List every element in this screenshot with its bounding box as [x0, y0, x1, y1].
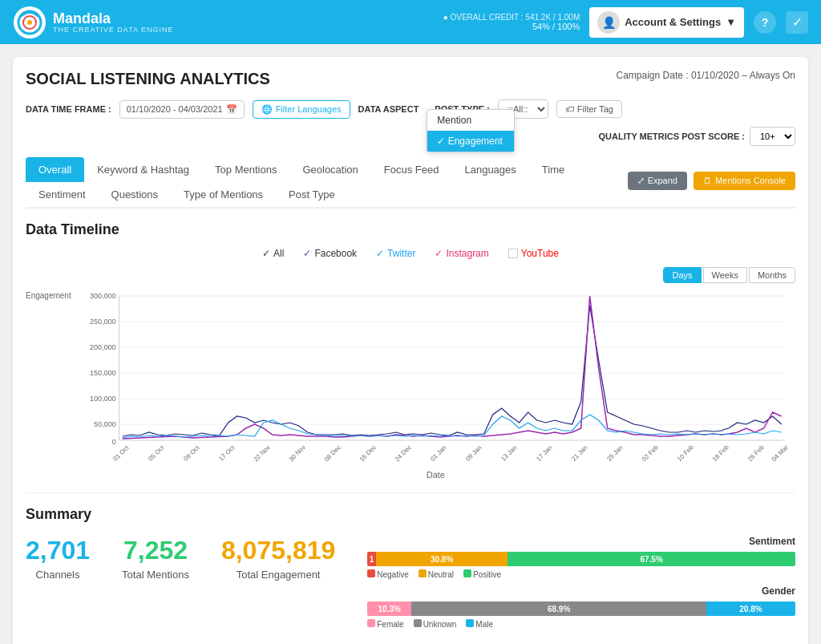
line-instagram — [122, 296, 781, 439]
sentiment-negative-seg: 1 — [367, 552, 376, 566]
time-btn-weeks[interactable]: Weeks — [703, 267, 747, 283]
help-button[interactable]: ? — [754, 11, 776, 34]
mentions-value: 7,252 — [122, 536, 189, 565]
filter-languages-button[interactable]: 🌐 Filter Languages — [253, 100, 350, 119]
legend-negative: Negative — [367, 569, 408, 579]
aspect-option-mention[interactable]: Mention — [427, 110, 514, 131]
filter-tag-label: Filter Tag — [577, 104, 613, 114]
legend-all: ✓ All — [262, 248, 284, 259]
tab-geolocation[interactable]: Geolocation — [289, 157, 370, 182]
svg-point-3 — [27, 20, 32, 25]
legend-check-facebook: ✓ — [303, 248, 311, 259]
tab-focus-feed[interactable]: Focus Feed — [371, 157, 452, 182]
svg-text:24 Dec: 24 Dec — [393, 444, 412, 463]
account-settings-button[interactable]: 👤 Account & Settings ▼ — [589, 7, 744, 38]
aspect-option-engagement[interactable]: ✓ Engagement — [427, 131, 514, 152]
account-label: Account & Settings — [625, 16, 721, 28]
credit-value: 541.2K / 1.00M — [525, 13, 580, 22]
tab-post-type[interactable]: Post Type — [276, 182, 348, 207]
svg-text:01 Oct: 01 Oct — [111, 444, 131, 463]
filter-tag-button[interactable]: 🏷 Filter Tag — [556, 100, 622, 118]
credit-label: OVERALL CREDIT — [450, 13, 519, 22]
tab-time[interactable]: Time — [529, 157, 577, 182]
avatar: 👤 — [597, 11, 620, 34]
gender-bar: 10.3% 68.9% 20.8% — [367, 601, 795, 616]
check-button[interactable]: ✓ — [786, 11, 808, 34]
gender-female-seg: 10.3% — [367, 601, 411, 616]
sentiment-neutral-seg: 30.8% — [376, 552, 508, 566]
tab-top-mentions[interactable]: Top Mentions — [202, 157, 289, 182]
channels-label: Channels — [26, 569, 90, 581]
logo-subtitle: THE CREATIVE DATA ENGINE — [53, 26, 174, 34]
expand-icon: ⤢ — [637, 176, 645, 186]
header: Mandala THE CREATIVE DATA ENGINE ● OVERA… — [0, 0, 821, 44]
tab-overall[interactable]: Overall — [26, 157, 84, 182]
tab-type-of-mentions[interactable]: Type of Mentions — [171, 182, 276, 207]
svg-text:05 Oct: 05 Oct — [147, 444, 166, 463]
mentions-console-label: Mentions Console — [715, 176, 786, 185]
mentions-stat: 7,252 Total Mentions — [122, 536, 189, 581]
data-timeline-chart: 300,000 250,000 200,000 150,000 100,000 … — [76, 288, 795, 464]
mentions-console-button[interactable]: 🗒 Mentions Console — [694, 172, 795, 190]
tag-icon: 🏷 — [565, 104, 574, 114]
filter-languages-label: Filter Languages — [276, 104, 342, 114]
legend-male: Male — [466, 619, 493, 629]
date-range-button[interactable]: 01/10/2020 - 04/03/2021 📅 — [119, 100, 245, 119]
sentiment-bar: 1 30.8% 67.5% — [367, 552, 795, 566]
tabs-row: Overall Keyword & Hashtag Top Mentions G… — [26, 157, 628, 207]
svg-text:22 Nov: 22 Nov — [252, 444, 271, 463]
chart-controls: Days Weeks Months — [26, 267, 795, 283]
logo-icon — [13, 6, 47, 39]
console-icon: 🗒 — [703, 176, 712, 185]
sentiment-gender-box: Sentiment 1 30.8% 67.5% Negative Neutral… — [367, 536, 795, 635]
svg-text:09 Oct: 09 Oct — [182, 444, 201, 463]
time-btn-days[interactable]: Days — [663, 267, 701, 283]
sentiment-title: Sentiment — [367, 536, 795, 547]
channels-value: 2,701 — [26, 536, 90, 565]
legend-female: Female — [367, 619, 403, 629]
filters-row: DATA TIME FRAME : 01/10/2020 - 04/03/202… — [26, 99, 795, 146]
legend-positive: Positive — [463, 569, 501, 579]
chart-title: Data Timeline — [26, 221, 795, 238]
tab-actions: ⤢ Expand 🗒 Mentions Console — [628, 172, 795, 193]
globe-icon: 🌐 — [261, 104, 273, 115]
svg-text:02 Feb: 02 Feb — [641, 444, 660, 463]
legend-neutral: Neutral — [419, 569, 454, 579]
engagement-value: 8,075,819 — [221, 536, 335, 565]
credit-info: ● OVERALL CREDIT : 541.2K / 1.00M 54% / … — [443, 13, 580, 31]
tab-questions[interactable]: Questions — [99, 182, 172, 207]
chart-legend: ✓ All ✓ Facebook ✓ Twitter ✓ Instagram — [26, 248, 795, 259]
svg-text:09 Jan: 09 Jan — [464, 444, 483, 463]
svg-text:50,000: 50,000 — [94, 420, 116, 428]
summary-section: Summary 2,701 Channels 7,252 Total Menti… — [26, 493, 795, 644]
tab-languages[interactable]: Languages — [451, 157, 528, 182]
legend-label-all: All — [273, 248, 284, 259]
summary-stats: 2,701 Channels 7,252 Total Mentions 8,07… — [26, 536, 335, 581]
y-axis-label: Engagement — [26, 291, 71, 300]
tab-keyword-hashtag[interactable]: Keyword & Hashtag — [84, 157, 202, 182]
logo-area: Mandala THE CREATIVE DATA ENGINE — [13, 6, 174, 39]
main-content: SOCIAL LISTENING ANALYTICS Campaign Date… — [0, 44, 821, 644]
legend-label-youtube: YouTube — [521, 248, 559, 259]
gender-title: Gender — [367, 585, 795, 597]
x-axis-label: Date — [76, 470, 795, 480]
campaign-date-value: 01/10/2020 – Always On — [691, 70, 795, 81]
page-title: SOCIAL LISTENING ANALYTICS — [26, 70, 270, 88]
legend-label-instagram: Instagram — [446, 248, 488, 259]
summary-grid: 2,701 Channels 7,252 Total Mentions 8,07… — [26, 536, 795, 635]
legend-instagram: ✓ Instagram — [435, 248, 488, 259]
tab-sentiment[interactable]: Sentiment — [26, 182, 99, 207]
gender-male-seg: 20.8% — [706, 601, 795, 616]
legend-check-twitter: ✓ — [376, 248, 384, 259]
legend-label-facebook: Facebook — [314, 248, 357, 259]
svg-text:01 Jan: 01 Jan — [429, 444, 447, 463]
expand-button[interactable]: ⤢ Expand — [628, 172, 687, 190]
campaign-date-label: Campaign Date : — [617, 70, 689, 81]
svg-text:13 Jan: 13 Jan — [499, 444, 518, 463]
time-btn-months[interactable]: Months — [749, 267, 795, 283]
post-score-select[interactable]: 10+ — [750, 127, 795, 146]
credit-percent: 54% / 100% — [443, 22, 580, 31]
time-frame-label: DATA TIME FRAME : — [26, 104, 111, 114]
legend-facebook: ✓ Facebook — [303, 248, 357, 259]
line-all — [122, 306, 781, 436]
